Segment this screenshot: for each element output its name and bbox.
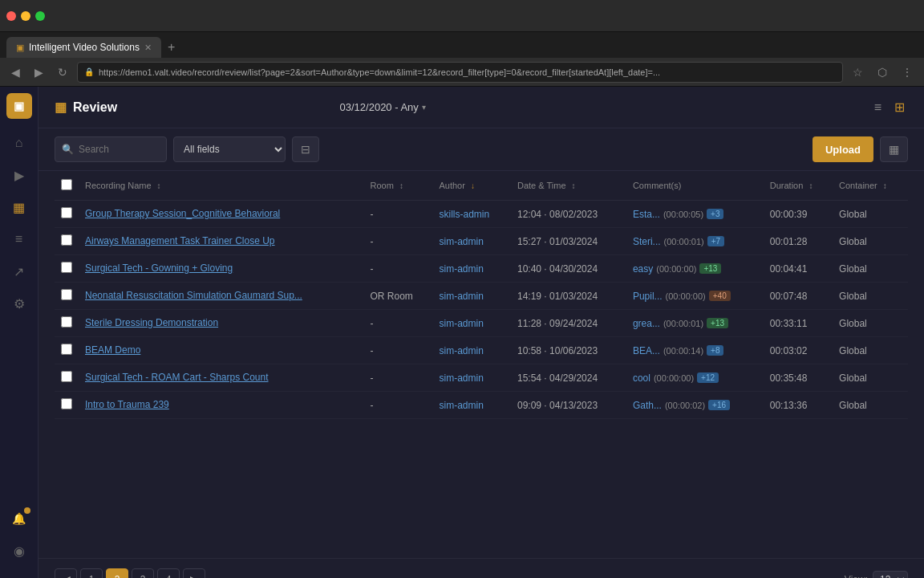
row-name-cell: Airways Management Task Trainer Close Up [79,228,364,255]
recording-name-link[interactable]: Sterile Dressing Demonstration [85,317,218,328]
room-sort-icon: ↕ [399,181,403,190]
search-input[interactable] [79,144,159,155]
row-checkbox-cell[interactable] [55,255,79,283]
table-row: Airways Management Task Trainer Close Up… [55,228,908,255]
row-checkbox[interactable] [61,344,72,355]
tab-icon: ▣ [16,43,24,53]
menu-button[interactable]: ⋮ [897,63,918,82]
view-select[interactable]: 12 24 48 [873,571,908,578]
table-row: Surgical Tech - Gowning + Gloving - sim-… [55,255,908,283]
col-header-duration[interactable]: Duration ↕ [764,171,833,201]
next-page-button[interactable]: ▶ [183,568,205,578]
sidebar: ▣ ⌂ ▶ ▦ ≡ ↗ ⚙ 🔔 ◉ [0,87,38,578]
active-tab[interactable]: ▣ Intelligent Video Solutions ✕ [6,37,161,58]
row-container-cell: Global [833,255,908,283]
page-4-button[interactable]: 4 [157,568,180,578]
table-body: Group Therapy Session_Cognitive Behavior… [55,201,908,419]
row-comment-group: easy (00:00:00) +13 [633,263,757,275]
sidebar-item-notifications[interactable]: 🔔 [5,504,34,533]
sidebar-item-home[interactable]: ⌂ [5,128,34,157]
recording-name-link[interactable]: Intro to Trauma 239 [85,399,169,410]
row-checkbox-cell[interactable] [55,392,79,419]
row-room: - [371,236,374,247]
forward-button[interactable]: ▶ [30,63,48,82]
row-comment-count: +13 [699,263,721,274]
grid-view-button[interactable]: ▦ [880,136,908,162]
row-checkbox[interactable] [61,289,72,300]
col-label-room: Room [371,181,394,190]
recording-name-link[interactable]: Surgical Tech - ROAM Cart - Sharps Count [85,372,269,383]
search-icon: 🔍 [62,144,74,155]
row-checkbox-cell[interactable] [55,201,79,228]
row-room-cell: - [364,392,433,419]
row-checkbox-cell[interactable] [55,283,79,310]
tab-close-btn[interactable]: ✕ [144,43,152,53]
row-comment-count: +7 [707,236,724,246]
upload-button[interactable]: Upload [813,136,873,162]
extensions-button[interactable]: ⬡ [873,63,892,82]
row-author-cell: sim-admin [432,283,511,310]
row-checkbox[interactable] [61,371,72,382]
row-checkbox[interactable] [61,398,72,409]
recording-name-link[interactable]: Airways Management Task Trainer Close Up [85,235,275,246]
select-all-checkbox[interactable] [61,179,72,190]
row-name-cell: BEAM Demo [79,337,364,364]
recording-name-link[interactable]: BEAM Demo [85,344,140,356]
row-checkbox[interactable] [61,234,72,246]
recording-name-link[interactable]: Neonatal Resuscitation Simulation Gaumar… [85,290,302,301]
row-comment-count: +13 [707,318,728,328]
datetime-sort-icon: ↕ [572,181,576,190]
date-picker[interactable]: 03/12/2020 - Any ▾ [340,101,426,113]
row-duration-cell: 00:07:48 [764,283,833,310]
page-1-button[interactable]: 1 [80,568,103,578]
tab-label: Intelligent Video Solutions [29,42,140,53]
filter-button[interactable]: ⊟ [292,136,319,162]
row-author: sim-admin [439,263,483,275]
header-grid-button[interactable]: ⊞ [891,96,908,118]
row-checkbox-cell[interactable] [55,364,79,392]
row-name-cell: Sterile Dressing Demonstration [79,310,364,337]
row-container-cell: Global [833,283,908,310]
row-comment-group: Pupil... (00:00:00) +40 [633,291,757,302]
page-3-button[interactable]: 3 [132,568,154,578]
row-comments-cell: grea... (00:00:01) +13 [626,310,764,337]
row-comment-text: Steri... [633,236,661,247]
recording-name-link[interactable]: Surgical Tech - Gowning + Gloving [85,263,233,274]
row-datetime: 15:54 · 04/29/2024 [517,372,598,384]
row-room-cell: - [364,201,433,228]
row-checkbox[interactable] [61,316,72,328]
row-author: sim-admin [439,318,483,329]
recording-name-link[interactable]: Group Therapy Session_Cognitive Behavior… [85,208,280,219]
sidebar-item-review[interactable]: ▦ [5,193,34,222]
row-container: Global [839,372,867,384]
prev-page-button[interactable]: ◀ [55,568,77,578]
col-header-room[interactable]: Room ↕ [364,171,433,201]
col-header-container[interactable]: Container ↕ [833,171,908,201]
col-header-name[interactable]: Recording Name ↕ [79,171,364,201]
sidebar-item-settings[interactable]: ⚙ [5,289,34,318]
header-menu-button[interactable]: ≡ [871,97,885,118]
sidebar-item-video[interactable]: ▶ [5,161,34,189]
container-sort-icon: ↕ [883,181,887,190]
row-container-cell: Global [833,228,908,255]
sidebar-item-analytics[interactable]: ↗ [5,257,34,286]
row-checkbox-cell[interactable] [55,337,79,364]
sidebar-item-user[interactable]: ◉ [5,536,34,565]
refresh-button[interactable]: ↻ [53,63,72,82]
view-controls: View: 12 24 48 [845,571,908,578]
back-button[interactable]: ◀ [6,63,25,82]
row-checkbox-cell[interactable] [55,310,79,337]
new-tab-button[interactable]: + [164,37,178,58]
page-2-button[interactable]: 2 [106,568,128,578]
bookmark-button[interactable]: ☆ [848,63,868,82]
col-header-datetime[interactable]: Date & Time ↕ [511,171,626,201]
row-comment-count: +16 [708,400,730,410]
row-checkbox-cell[interactable] [55,228,79,255]
col-header-author[interactable]: Author ↓ [432,171,511,201]
address-bar[interactable]: 🔒 https://demo1.valt.video/record/review… [77,62,843,83]
field-select[interactable]: All fields [173,136,286,162]
row-checkbox[interactable] [61,207,72,218]
row-checkbox[interactable] [61,262,72,273]
row-author: skills-admin [439,209,489,220]
sidebar-item-list[interactable]: ≡ [5,225,34,254]
